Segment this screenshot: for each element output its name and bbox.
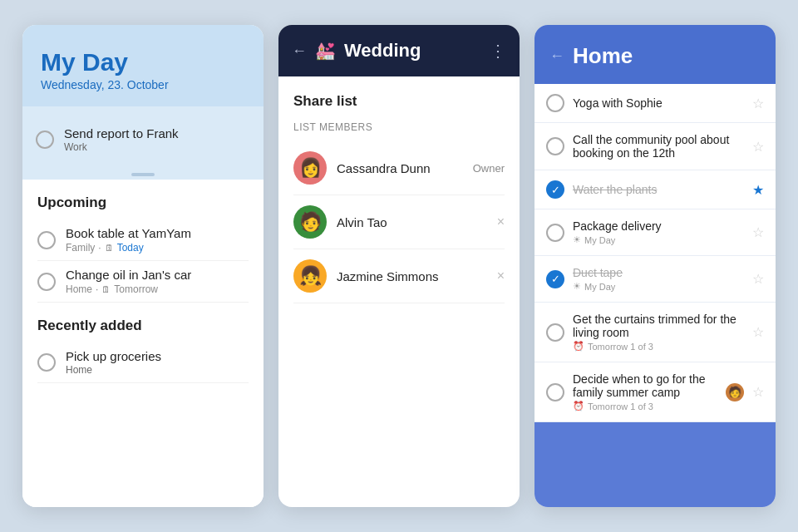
meta-tomorrow: Tomorrow xyxy=(114,283,158,295)
task-checkbox[interactable] xyxy=(37,231,56,249)
myday-title: My Day xyxy=(41,48,245,76)
share-list-label: Share list xyxy=(293,93,505,110)
star-icon[interactable]: ☆ xyxy=(752,271,764,287)
scroll-indicator xyxy=(22,168,264,180)
task-checkbox-checked[interactable] xyxy=(546,180,564,199)
pinned-task[interactable]: Send report to Frank Work xyxy=(36,118,250,161)
list-members-label: List members xyxy=(293,121,505,133)
myday-sub-text: My Day xyxy=(584,282,615,292)
task-text: Book table at YamYam Family · 🗓 Today xyxy=(66,226,191,254)
back-arrow-icon[interactable]: ← xyxy=(292,42,307,60)
meta-home: Home xyxy=(66,283,92,295)
wedding-title: Wedding xyxy=(344,40,421,62)
task-block: Call the community pool about booking on… xyxy=(573,133,744,160)
myday-header: My Day Wednesday, 23. October xyxy=(22,25,264,106)
task-block: Decide when to go for the family summer … xyxy=(573,372,717,411)
upcoming-task-1[interactable]: Book table at YamYam Family · 🗓 Today xyxy=(37,219,249,261)
scroll-dot xyxy=(131,173,155,176)
task-title: Duct tape xyxy=(573,266,744,279)
home-task-camp[interactable]: Decide when to go for the family summer … xyxy=(534,362,776,422)
wedding-body: Share list List members 👩 Cassandra Dunn… xyxy=(278,76,520,507)
task-checkbox[interactable] xyxy=(546,323,564,342)
task-block: Duct tape ☀ My Day xyxy=(573,266,744,292)
star-icon-filled[interactable]: ★ xyxy=(752,182,764,198)
avatar-emoji: 🧑 xyxy=(299,211,322,233)
home-title: Home xyxy=(573,43,633,69)
member-name-cassandra: Cassandra Dunn xyxy=(337,161,463,175)
star-icon[interactable]: ☆ xyxy=(752,139,764,155)
task-checkbox[interactable] xyxy=(546,137,564,155)
home-task-duct[interactable]: Duct tape ☀ My Day ☆ xyxy=(534,256,776,303)
myday-sub-text: My Day xyxy=(584,235,615,245)
task-checkbox[interactable] xyxy=(36,131,54,149)
task-checkbox[interactable] xyxy=(546,94,564,112)
wedding-card: ← 💒 Wedding ⋮ Share list List members 👩 … xyxy=(278,25,520,507)
task-block: Yoga with Sophie xyxy=(573,96,744,110)
calendar-icon: 🗓 xyxy=(101,284,111,294)
star-icon[interactable]: ☆ xyxy=(752,384,764,400)
task-title: Send report to Frank xyxy=(64,126,179,140)
more-options-icon[interactable]: ⋮ xyxy=(490,41,506,61)
wedding-emoji-icon: 💒 xyxy=(315,41,336,61)
recent-task-1[interactable]: Pick up groceries Home xyxy=(37,342,249,383)
avatar-emoji: 👧 xyxy=(299,265,322,287)
home-bottom-bar xyxy=(534,457,776,507)
task-title: Pick up groceries xyxy=(66,349,161,363)
star-icon[interactable]: ☆ xyxy=(752,96,764,111)
task-checkbox[interactable] xyxy=(546,224,564,242)
task-title: Call the community pool about booking on… xyxy=(573,133,744,160)
wedding-header-left: ← 💒 Wedding xyxy=(292,40,421,62)
task-block: Get the curtains trimmed for the living … xyxy=(573,313,744,352)
task-checkbox[interactable] xyxy=(546,383,564,401)
calendar-icon: 🗓 xyxy=(105,243,114,253)
home-task-pool[interactable]: Call the community pool about booking on… xyxy=(534,123,776,170)
alarm-icon: ⏰ xyxy=(573,341,584,352)
avatar-jazmine: 👧 xyxy=(293,259,327,293)
star-icon[interactable]: ☆ xyxy=(752,324,764,340)
task-subtitle: Home xyxy=(66,364,161,376)
home-task-package[interactable]: Package delivery ☀ My Day ☆ xyxy=(534,209,776,256)
meta-today: Today xyxy=(117,242,144,254)
assignee-avatar: 🧑 xyxy=(726,383,744,401)
task-checkbox[interactable] xyxy=(37,273,56,291)
star-icon[interactable]: ☆ xyxy=(752,224,764,240)
home-task-curtains[interactable]: Get the curtains trimmed for the living … xyxy=(534,303,776,362)
avatar-cassandra: 👩 xyxy=(293,151,327,185)
task-title: Change oil in Jan's car xyxy=(66,268,191,282)
remove-member-jazmine-button[interactable]: × xyxy=(497,268,505,283)
avatar-alvin: 🧑 xyxy=(293,205,327,239)
home-task-water[interactable]: Water the plants ★ xyxy=(534,170,776,209)
task-meta: Home · 🗓 Tomorrow xyxy=(66,283,191,295)
home-task-yoga[interactable]: Yoga with Sophie ☆ xyxy=(534,84,776,123)
task-block: Package delivery ☀ My Day xyxy=(573,219,744,245)
myday-pinned-area: Send report to Frank Work xyxy=(22,106,264,168)
meta-dot: · xyxy=(98,242,101,254)
sub-text: Tomorrow 1 of 3 xyxy=(588,401,653,411)
task-title: Yoga with Sophie xyxy=(573,96,744,110)
task-text: Change oil in Jan's car Home · 🗓 Tomorro… xyxy=(66,268,191,295)
task-title: Get the curtains trimmed for the living … xyxy=(573,313,744,339)
myday-body: Upcoming Book table at YamYam Family · 🗓… xyxy=(22,180,264,507)
myday-sub-icon: ☀ xyxy=(573,234,581,245)
member-name-alvin: Alvin Tao xyxy=(337,215,487,229)
task-meta: Family · 🗓 Today xyxy=(66,242,191,254)
task-sub: ⏰ Tomorrow 1 of 3 xyxy=(573,401,717,411)
task-text: Send report to Frank Work xyxy=(64,126,179,153)
member-row-cassandra: 👩 Cassandra Dunn Owner xyxy=(293,141,505,195)
task-checkbox[interactable] xyxy=(37,353,56,372)
task-checkbox-checked[interactable] xyxy=(546,270,564,288)
sub-text: Tomorrow 1 of 3 xyxy=(588,342,653,352)
member-row-jazmine: 👧 Jazmine Simmons × xyxy=(293,249,505,303)
task-title: Book table at YamYam xyxy=(66,226,191,240)
task-subtitle: Work xyxy=(64,141,179,153)
upcoming-task-2[interactable]: Change oil in Jan's car Home · 🗓 Tomorro… xyxy=(37,261,249,303)
task-title: Package delivery xyxy=(573,219,744,233)
member-row-alvin: 🧑 Alvin Tao × xyxy=(293,195,505,249)
task-title: Water the plants xyxy=(573,183,744,196)
back-arrow-icon[interactable]: ← xyxy=(549,47,564,65)
home-header: ← Home xyxy=(534,25,776,84)
home-card: ← Home Yoga with Sophie ☆ Call the commu… xyxy=(534,25,776,507)
task-text: Pick up groceries Home xyxy=(66,349,161,376)
task-block: Water the plants xyxy=(573,183,744,196)
remove-member-alvin-button[interactable]: × xyxy=(497,214,505,229)
